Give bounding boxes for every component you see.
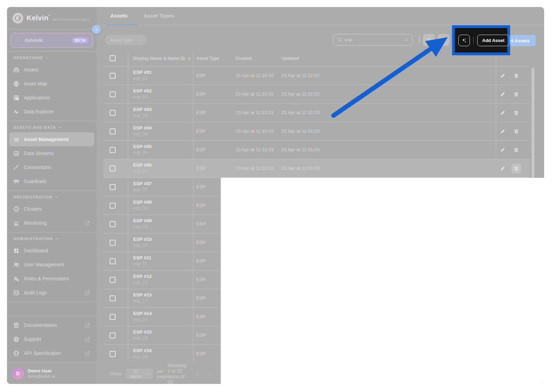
asset-display-name[interactable]: ESP #01 [133,70,152,75]
row-checkbox[interactable] [110,221,116,227]
sidebar-section-header-administration[interactable]: ADMINISTRATION [7,232,96,244]
row-checkbox[interactable] [110,128,116,134]
table-row-esp-06[interactable]: ESP #06 esp_06 ESP 23 Apr at 11:31:03 23… [103,159,530,178]
sidebar-item-guardrails[interactable]: Guardrails [7,174,96,188]
asset-display-name[interactable]: ESP #12 [133,274,152,279]
asset-display-name[interactable]: ESP #14 [133,311,152,316]
edit-asset-button[interactable] [498,90,507,99]
delete-asset-button[interactable] [512,108,521,118]
sidebar-section-header-operations[interactable]: OPERATIONS [7,51,96,63]
prev-page-button[interactable]: ‹ [209,371,211,377]
toolbar-icon-button-1[interactable] [423,34,435,46]
add-asset-button[interactable]: Add Asset [477,35,509,46]
highlight-divider [473,36,474,44]
pencil-icon [500,129,505,134]
asset-display-name[interactable]: ESP #08 [133,200,152,205]
sidebar-item-kelvinai[interactable]: KelvinAI BETA [11,33,93,48]
row-checkbox[interactable] [110,184,116,190]
asset-display-name[interactable]: ESP #02 [133,88,152,93]
row-checkbox[interactable] [110,258,116,264]
tab-assets[interactable]: Assets [110,13,128,19]
search-value[interactable]: esp [345,37,402,42]
row-checkbox[interactable] [110,147,116,153]
asset-display-name[interactable]: ESP #16 [133,348,152,353]
sidebar-section-header-assets-and-data[interactable]: ASSETS AND DATA [7,121,96,132]
asset-display-name[interactable]: ESP #15 [133,329,152,335]
row-checkbox[interactable] [110,314,116,320]
row-checkbox[interactable] [110,240,116,246]
sidebar-item-asset-map[interactable]: Asset Map [7,77,96,91]
asset-display-name[interactable]: ESP #09 [133,218,152,223]
asset-display-name[interactable]: ESP #05 [133,144,152,149]
sidebar-item-audit-logs[interactable]: Audit Logs [7,286,96,300]
grid-cols-icon [441,37,446,43]
asset-display-name[interactable]: ESP #06 [133,162,152,168]
table-row-esp-01[interactable]: ESP #01 esp_01 ESP 23 Apr at 11:31:02 23… [103,66,530,85]
row-checkbox[interactable] [110,73,116,79]
asset-display-name[interactable]: ESP #11 [133,255,151,260]
asset-display-name[interactable]: ESP #10 [133,237,152,242]
per-page-dropdown[interactable]: 32 items [126,369,153,379]
column-header-name[interactable]: Display Name & Name ID [133,56,192,61]
asset-display-name[interactable]: ESP #07 [133,181,152,186]
pencil-icon [500,73,505,78]
row-checkbox[interactable] [110,203,116,209]
sidebar-item-connections[interactable]: Connections [7,160,96,174]
sidebar-item-api-specification[interactable]: API Specification [7,346,96,360]
search-input[interactable]: esp [333,34,413,46]
sidebar-item-data-explorer[interactable]: Data Explorer [7,105,96,119]
edit-asset-button[interactable] [498,108,507,118]
asset-type-cell: ESP [196,73,206,78]
sidebar-item-clusters[interactable]: Clusters [7,202,96,216]
delete-asset-button[interactable] [512,145,521,155]
table-row-esp-04[interactable]: ESP #04 esp_04 ESP 23 Apr at 11:31:03 23… [103,122,530,141]
sidebar-item-roles-permissions[interactable]: Roles & Permissions [7,272,96,286]
sort-icon[interactable] [187,56,192,61]
row-checkbox[interactable] [110,295,116,301]
sidebar-item-applications[interactable]: Applications [7,91,96,105]
ai-assistant-button[interactable] [458,35,470,46]
edit-asset-button[interactable] [498,127,507,136]
asset-name-id: esp_14 [133,317,152,322]
sidebar-item-assets[interactable]: Assets [7,63,96,77]
row-checkbox[interactable] [110,166,116,172]
sidebar-section: ORCHESTRATION Clusters Monitoring [7,191,96,232]
row-checkbox[interactable] [110,351,116,357]
table-row-esp-03[interactable]: ESP #03 esp_03 ESP 23 Apr at 11:31:03 23… [103,104,530,122]
edit-asset-button[interactable] [498,145,507,155]
table-row-esp-05[interactable]: ESP #05 esp_05 ESP 23 Apr at 11:31:03 23… [103,141,530,159]
sidebar-section-header-orchestration[interactable]: ORCHESTRATION [7,191,96,202]
sidebar-item-documentation[interactable]: Documentation [7,318,96,332]
edit-asset-button[interactable] [498,71,507,80]
delete-asset-button[interactable] [512,71,521,80]
user-profile[interactable]: D Demo User demo@kelvin.ai [7,362,96,384]
sidebar-item-dashboard[interactable]: Dashboard [7,244,96,258]
asset-type-filter-dropdown[interactable]: Asset Type [105,35,147,45]
edit-asset-button[interactable] [498,164,507,173]
table-row-esp-02[interactable]: ESP #02 esp_02 ESP 23 Apr at 11:31:02 23… [103,85,530,104]
row-checkbox[interactable] [110,332,116,338]
sidebar-item-user-management[interactable]: User Management [7,258,96,272]
select-all-checkbox[interactable] [110,55,116,61]
page-number-1[interactable]: 1 [221,178,544,384]
sidebar-item-data-streams[interactable]: Data Streams [7,146,96,160]
clear-search-icon[interactable] [404,38,409,42]
tab-asset-types[interactable]: Asset Types [144,13,174,19]
toolbar-icon-button-2[interactable] [438,34,450,46]
delete-asset-button[interactable] [512,90,521,99]
name-cell: ESP #06 esp_06 [133,162,152,174]
row-checkbox[interactable] [110,277,116,283]
first-page-button[interactable]: « [196,371,199,377]
delete-asset-button[interactable] [512,127,521,136]
page: Kelvin° BETA Environment (DEV) KelvinAI … [0,0,555,392]
sidebar-item-monitoring[interactable]: Monitoring [7,216,96,230]
row-checkbox[interactable] [110,91,116,97]
sidebar-item-support[interactable]: Support [7,332,96,346]
delete-asset-button[interactable] [512,164,521,173]
sidebar-item-asset-management[interactable]: Asset Management [9,132,94,146]
row-checkbox[interactable] [110,110,116,116]
sidebar-collapse-button[interactable] [92,25,101,34]
asset-display-name[interactable]: ESP #13 [133,292,152,298]
asset-display-name[interactable]: ESP #03 [133,107,152,112]
asset-display-name[interactable]: ESP #04 [133,125,152,131]
